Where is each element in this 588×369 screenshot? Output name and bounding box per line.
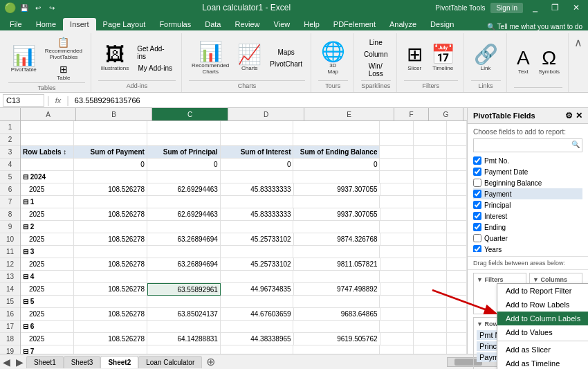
cell-d9[interactable] bbox=[221, 221, 294, 233]
cell-b14[interactable]: 108.526278 bbox=[74, 283, 147, 296]
ctx-add-slicer[interactable]: Add as Slicer bbox=[497, 343, 588, 357]
cell-e14[interactable]: 9747.498892 bbox=[294, 283, 380, 296]
row-5[interactable]: 5 bbox=[0, 171, 20, 183]
cell-b13[interactable] bbox=[74, 271, 147, 283]
pivot-field-principal[interactable]: Principal bbox=[473, 199, 582, 210]
cell-b5[interactable] bbox=[74, 171, 147, 183]
cell-g15[interactable] bbox=[414, 296, 447, 308]
cell-c11[interactable] bbox=[147, 246, 221, 258]
tab-insert[interactable]: Insert bbox=[63, 18, 96, 30]
pivot-field-payment[interactable]: Payment bbox=[473, 188, 582, 199]
cell-g3[interactable] bbox=[414, 146, 447, 159]
cell-c2[interactable] bbox=[147, 134, 221, 146]
row-12[interactable]: 12 bbox=[0, 258, 20, 271]
row-16[interactable]: 16 bbox=[0, 308, 20, 321]
cell-e10[interactable]: 9874.326768 bbox=[294, 233, 380, 246]
cell-a18[interactable]: 2025 bbox=[21, 333, 74, 345]
cell-e15[interactable] bbox=[293, 296, 380, 308]
cell-g18[interactable] bbox=[414, 333, 447, 345]
cell-f2[interactable] bbox=[380, 134, 413, 146]
cell-h15[interactable] bbox=[447, 296, 467, 308]
pivot-field-principal-checkbox[interactable] bbox=[473, 201, 481, 209]
cell-a8[interactable]: 2025 bbox=[21, 208, 74, 221]
sheet-tab-scroll-right[interactable]: ▶ bbox=[13, 357, 26, 368]
cell-a1[interactable] bbox=[21, 121, 74, 134]
cell-h3[interactable] bbox=[447, 146, 467, 159]
row-18[interactable]: 18 bbox=[0, 333, 20, 345]
minimize-button[interactable]: ⎯ bbox=[529, 3, 542, 12]
cell-d16[interactable]: 44.67603659 bbox=[221, 308, 294, 321]
row-7[interactable]: 7 bbox=[0, 196, 20, 208]
cell-c12[interactable]: 63.26894694 bbox=[147, 258, 221, 271]
cell-f3[interactable] bbox=[380, 146, 413, 159]
illustrations-button[interactable]: 🖼 Illustrations bbox=[98, 44, 131, 73]
ctx-add-report-filter[interactable]: Add to Report Filter bbox=[497, 284, 588, 298]
tab-help[interactable]: Help bbox=[297, 18, 327, 30]
cell-c19[interactable] bbox=[147, 345, 221, 354]
cell-g10[interactable] bbox=[414, 233, 447, 246]
pivot-field-paymentdate-checkbox[interactable] bbox=[473, 168, 481, 176]
cell-b4[interactable]: 0 bbox=[74, 159, 147, 171]
maximize-button[interactable]: ❐ bbox=[547, 3, 563, 12]
cell-a7[interactable]: ⊟ 1 bbox=[21, 196, 74, 208]
cell-g12[interactable] bbox=[414, 258, 447, 271]
cell-f15[interactable] bbox=[380, 296, 413, 308]
cell-e17[interactable] bbox=[293, 321, 380, 333]
cell-f17[interactable] bbox=[380, 321, 413, 333]
column-sparkline-button[interactable]: Column bbox=[361, 49, 390, 60]
cell-c5[interactable] bbox=[147, 171, 221, 183]
tab-analyze[interactable]: Analyze bbox=[383, 18, 423, 30]
cell-f7[interactable] bbox=[380, 196, 413, 208]
cell-d11[interactable] bbox=[221, 246, 294, 258]
pivot-table-button[interactable]: 📊 PivotTable bbox=[8, 45, 39, 74]
cell-g5[interactable] bbox=[414, 171, 447, 183]
cell-c15[interactable] bbox=[147, 296, 221, 308]
tab-review[interactable]: Review bbox=[228, 18, 266, 30]
row-4[interactable]: 4 bbox=[0, 159, 20, 171]
col-d-header[interactable]: D bbox=[228, 108, 304, 120]
cell-c17[interactable] bbox=[147, 321, 221, 333]
row-2[interactable]: 2 bbox=[0, 134, 20, 146]
link-button[interactable]: 🔗 Link bbox=[471, 44, 501, 73]
cell-f9[interactable] bbox=[380, 221, 413, 233]
cell-d17[interactable] bbox=[221, 321, 294, 333]
text-button[interactable]: A Text bbox=[513, 47, 533, 76]
cell-f13[interactable] bbox=[380, 271, 413, 283]
cell-b15[interactable] bbox=[74, 296, 147, 308]
cell-f16[interactable] bbox=[380, 308, 414, 321]
ctx-add-column-labels[interactable]: Add to Column Labels bbox=[497, 312, 588, 325]
cell-a11[interactable]: ⊟ 3 bbox=[21, 246, 74, 258]
get-addins-button[interactable]: Get Add-ins bbox=[134, 44, 176, 62]
cell-h2[interactable] bbox=[447, 134, 467, 146]
cell-c4[interactable]: 0 bbox=[147, 159, 221, 171]
pivot-field-years-checkbox[interactable] bbox=[473, 245, 481, 252]
cell-c3[interactable]: Sum of Principal bbox=[147, 146, 221, 159]
cell-b2[interactable] bbox=[74, 134, 147, 146]
row-1[interactable]: 1 bbox=[0, 121, 20, 134]
save-icon[interactable]: 💾 bbox=[19, 2, 30, 13]
tab-formulas[interactable]: Formulas bbox=[152, 18, 198, 30]
bar-chart-button[interactable]: 📈 Charts bbox=[235, 44, 264, 73]
cell-c18[interactable]: 64.14288831 bbox=[147, 333, 221, 345]
cell-d13[interactable] bbox=[221, 271, 294, 283]
cell-f1[interactable] bbox=[380, 121, 413, 134]
cell-c7[interactable] bbox=[147, 196, 221, 208]
cell-a9[interactable]: ⊟ 2 bbox=[21, 221, 74, 233]
pivot-field-quarter[interactable]: Quarter bbox=[473, 233, 582, 244]
cell-c13[interactable] bbox=[147, 271, 221, 283]
cell-g7[interactable] bbox=[414, 196, 447, 208]
cell-b12[interactable]: 108.526278 bbox=[74, 258, 147, 271]
cell-f5[interactable] bbox=[380, 171, 413, 183]
cell-d2[interactable] bbox=[221, 134, 294, 146]
sheet-tab-scroll-left[interactable]: ◀ bbox=[0, 357, 13, 368]
col-c-header[interactable]: C bbox=[152, 108, 228, 120]
cell-g6[interactable] bbox=[414, 183, 447, 196]
line-sparkline-button[interactable]: Line bbox=[366, 37, 385, 48]
pivot-field-interest[interactable]: Interest bbox=[473, 210, 582, 222]
cell-h14[interactable] bbox=[447, 283, 467, 296]
cell-b10[interactable]: 108.526278 bbox=[74, 233, 147, 246]
pivot-field-pmtno[interactable]: Pmt No. bbox=[473, 155, 582, 166]
symbols-button[interactable]: Ω Symbols bbox=[535, 47, 562, 76]
sheet-tab-sheet3[interactable]: Sheet3 bbox=[64, 356, 101, 368]
cell-a14[interactable]: 2025 bbox=[21, 283, 74, 296]
